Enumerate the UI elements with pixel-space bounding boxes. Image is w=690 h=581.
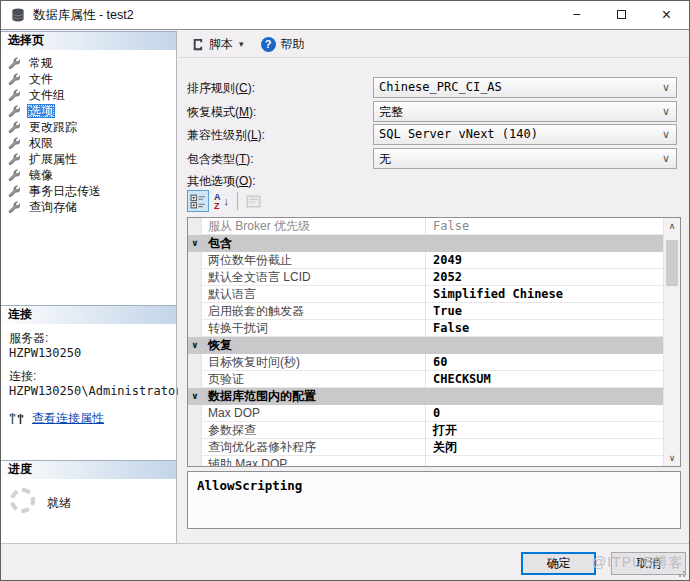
form-row: 兼容性级别(L): SQL Server vNext (140) ∨	[178, 124, 689, 146]
row-gutter: ∨	[188, 218, 202, 235]
property-name: 参数探查	[202, 422, 426, 439]
grid-scrollbar[interactable]: ∧ ∨	[663, 218, 680, 466]
chevron-down-icon: ∨	[188, 235, 202, 251]
database-properties-dialog: 数据库属性 - test2 − × 选择页 常规 文件	[0, 0, 690, 581]
chevron-down-icon: ▾	[239, 39, 244, 49]
scroll-up-icon[interactable]: ∧	[664, 218, 680, 234]
other-options-label: 其他选项(O):	[187, 173, 256, 190]
sidebar-page-label: 文件组	[27, 88, 67, 102]
help-button[interactable]: ? 帮助	[261, 36, 305, 53]
property-value: True	[426, 303, 663, 320]
table-row[interactable]: ∨ 页验证 CHECKSUM	[188, 371, 663, 388]
table-row[interactable]: ∨ 默认全文语言 LCID 2052	[188, 269, 663, 286]
view-connection-properties-link[interactable]: 查看连接属性	[32, 410, 104, 427]
table-row[interactable]: ∨ 包含	[188, 235, 663, 252]
row-gutter: ∨	[188, 303, 202, 320]
categorized-button[interactable]	[187, 190, 209, 212]
property-grid: ∨ 服从 Broker 优先级 False ∨ 包含 ∨ 两位数年份截止 204…	[187, 217, 681, 467]
table-row[interactable]: ∨ 恢复	[188, 337, 663, 354]
ok-button[interactable]: 确定	[521, 552, 596, 575]
select-page-header: 选择页	[1, 31, 176, 50]
wrench-icon	[8, 73, 20, 85]
property-value: False	[426, 320, 663, 337]
dropdown-select[interactable]: 无 ∨	[373, 148, 677, 169]
script-icon	[190, 37, 205, 52]
main-panel: 脚本 ▾ ? 帮助 排序规则(C): Chinese_PRC_CI_AS ∨ 恢…	[178, 31, 689, 543]
sidebar-page-item[interactable]: 选项	[1, 103, 176, 119]
wrench-icon	[8, 121, 20, 133]
close-button[interactable]: ×	[644, 1, 689, 30]
field-label: 包含类型(T):	[187, 151, 254, 168]
property-grid-toolbar: A Z ↓	[187, 189, 265, 213]
property-value: 0	[426, 405, 663, 422]
table-row[interactable]: ∨ 参数探查 打开	[188, 422, 663, 439]
wrench-icon	[8, 57, 20, 69]
sidebar-page-item[interactable]: 权限	[1, 135, 176, 151]
property-value: False	[426, 218, 663, 235]
table-row[interactable]: ∨ 两位数年份截止 2049	[188, 252, 663, 269]
row-gutter: ∨	[188, 235, 202, 252]
script-button[interactable]: 脚本 ▾	[187, 34, 247, 55]
dropdown-value: 无	[379, 152, 391, 166]
field-label: 排序规则(C):	[187, 80, 255, 97]
connection-header: 连接	[1, 305, 176, 324]
table-row[interactable]: ∨ 启用嵌套的触发器 True	[188, 303, 663, 320]
dropdown-value: Chinese_PRC_CI_AS	[379, 80, 502, 94]
sidebar-page-item[interactable]: 查询存储	[1, 199, 176, 215]
sidebar-page-label: 选项	[27, 104, 55, 118]
table-row[interactable]: ∨ Max DOP 0	[188, 405, 663, 422]
scrollbar-thumb[interactable]	[666, 240, 678, 286]
table-row[interactable]: ∨ 目标恢复时间(秒) 60	[188, 354, 663, 371]
row-gutter: ∨	[188, 405, 202, 422]
titlebar: 数据库属性 - test2 − ×	[1, 1, 689, 30]
sidebar-page-item[interactable]: 扩展属性	[1, 151, 176, 167]
property-name: 查询优化器修补程序	[202, 439, 426, 456]
chevron-down-icon: ∨	[662, 105, 670, 118]
row-gutter: ∨	[188, 286, 202, 303]
row-gutter: ∨	[188, 371, 202, 388]
property-name: 启用嵌套的触发器	[202, 303, 426, 320]
sidebar-page-label: 事务日志传送	[27, 184, 103, 198]
sidebar-page-item[interactable]: 常规	[1, 55, 176, 71]
form-row: 恢复模式(M): 完整 ∨	[178, 101, 689, 123]
table-row[interactable]: ∨ 数据库范围内的配置	[188, 388, 663, 405]
table-row[interactable]: ∨ 默认语言 Simplified Chinese	[188, 286, 663, 303]
close-icon: ×	[662, 6, 671, 23]
property-value: 60	[426, 354, 663, 371]
table-row[interactable]: ∨ 转换干扰词 False	[188, 320, 663, 337]
sidebar-page-item[interactable]: 文件	[1, 71, 176, 87]
script-label: 脚本	[209, 36, 233, 53]
sidebar-page-item[interactable]: 更改跟踪	[1, 119, 176, 135]
sidebar-page-item[interactable]: 文件组	[1, 87, 176, 103]
categorized-icon	[190, 193, 207, 210]
server-label: 服务器:	[9, 331, 168, 346]
chevron-down-icon: ∨	[662, 152, 670, 165]
wrench-icon	[8, 169, 20, 181]
minimize-button[interactable]: −	[554, 1, 599, 30]
field-label: 兼容性级别(L):	[187, 127, 265, 144]
dropdown-select[interactable]: 完整 ∨	[373, 101, 677, 122]
dropdown-select[interactable]: SQL Server vNext (140) ∨	[373, 124, 677, 145]
wrench-icon	[8, 185, 20, 197]
arrow-down-icon: ↓	[224, 195, 230, 207]
scroll-down-icon[interactable]: ∨	[664, 450, 680, 466]
form-row: 包含类型(T): 无 ∨	[178, 148, 689, 170]
resize-grip[interactable]	[675, 567, 685, 577]
dropdown-value: 完整	[379, 105, 403, 119]
connection-panel: 服务器: HZPW130250 连接: HZPW130250\Administr…	[1, 324, 176, 460]
dropdown-select[interactable]: Chinese_PRC_CI_AS ∨	[373, 77, 677, 98]
table-row[interactable]: ∨ 查询优化器修补程序 关闭	[188, 439, 663, 456]
row-gutter: ∨	[188, 456, 202, 466]
table-row[interactable]: ∨ 辅助 Max DOP	[188, 456, 663, 466]
alphabetical-sort-button[interactable]: A Z ↓	[210, 190, 232, 212]
help-icon: ?	[261, 37, 276, 52]
property-value: 2049	[426, 252, 663, 269]
sidebar-page-item[interactable]: 镜像	[1, 167, 176, 183]
maximize-button[interactable]	[599, 1, 644, 30]
property-value: CHECKSUM	[426, 371, 663, 388]
table-row[interactable]: ∨ 服从 Broker 优先级 False	[188, 218, 663, 235]
wrench-icon	[8, 89, 20, 101]
property-name: 服从 Broker 优先级	[202, 218, 426, 235]
wrench-icon	[8, 137, 20, 149]
sidebar-page-item[interactable]: 事务日志传送	[1, 183, 176, 199]
